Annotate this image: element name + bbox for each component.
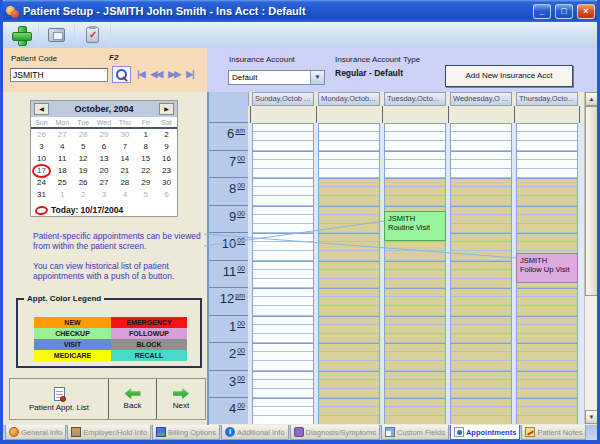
appointment-routine-visit[interactable]: JSMITH Routine Visit [384, 211, 446, 241]
allday-cell [316, 106, 382, 123]
calendar-date-cell[interactable]: 25 [52, 177, 73, 189]
chevron-down-icon[interactable]: ▼ [310, 71, 324, 84]
calendar-date-cell[interactable]: 2 [73, 189, 94, 201]
calendar-date-cell[interactable]: 7 [114, 141, 135, 153]
calendar-date-cell[interactable]: 4 [114, 189, 135, 201]
calendar-date-cell[interactable]: 6 [94, 141, 115, 153]
close-button[interactable]: × [577, 4, 595, 19]
calendar-date-cell[interactable]: 1 [52, 189, 73, 201]
patient-appt-list-button[interactable]: Patient Appt. List [10, 379, 109, 419]
tab[interactable]: Billing Options [152, 425, 220, 440]
tab[interactable]: Appointments [450, 425, 520, 440]
next-button[interactable]: Next [157, 379, 205, 419]
patient-code-input[interactable] [10, 68, 108, 82]
bottom-tab-bar: General Info Employer/Hold Info Billing … [3, 425, 597, 440]
calendar-date-cell[interactable]: 14 [114, 153, 135, 165]
calendar-date-cell[interactable]: 21 [114, 165, 135, 177]
appointment-follow-up-visit[interactable]: JSMITH Follow Up Visit [516, 253, 578, 283]
scroll-down-icon[interactable]: ▼ [585, 410, 598, 424]
calendar-date-cell[interactable]: 31 [31, 189, 52, 201]
calendar-date-cell[interactable]: 19 [73, 165, 94, 177]
tab[interactable]: Patient Notes [521, 425, 586, 440]
calendar-date-cell[interactable]: 18 [52, 165, 73, 177]
calendar-date-cell[interactable]: 4 [52, 141, 73, 153]
scroll-up-icon[interactable]: ▲ [585, 92, 598, 106]
last-record-button[interactable]: ▶| [186, 69, 193, 79]
maximize-button[interactable]: □ [555, 4, 573, 19]
checklist-button[interactable] [75, 23, 111, 48]
add-icon [12, 26, 30, 44]
day-headers: Sunday,Octob ...Monday,Octob...Tuesday,O… [248, 92, 584, 106]
calendar-date-cell[interactable]: 3 [31, 141, 52, 153]
tab-icon [156, 427, 166, 437]
calendar-date-cell[interactable]: 27 [94, 177, 115, 189]
calendar-date-cell[interactable]: 22 [135, 165, 156, 177]
calendar-date-cell[interactable]: 13 [94, 153, 115, 165]
calendar-date-cell[interactable]: 26 [73, 177, 94, 189]
calendar-date-cell[interactable]: 29 [94, 129, 115, 141]
tab-label: Appointments [466, 428, 516, 437]
calendar-date-cell[interactable]: 20 [94, 165, 115, 177]
minimize-button[interactable]: _ [533, 4, 551, 19]
calendar-month-title: October, 2004 [74, 104, 133, 114]
calendar-date-cell[interactable]: 2 [156, 129, 177, 141]
insurance-account-label: Insurance Account [229, 55, 295, 64]
calendar-date-cell[interactable]: 27 [52, 129, 73, 141]
next-record-button[interactable]: ▶▶ [168, 69, 180, 79]
calendar-date-cell[interactable]: 29 [135, 177, 156, 189]
calendar-date-cell[interactable]: 28 [73, 129, 94, 141]
tab[interactable]: Employer/Hold Info [67, 425, 151, 440]
hour-label: 6am [209, 122, 248, 150]
calendar-day-name: Sat [156, 117, 177, 128]
tab[interactable]: Custom Fields [381, 425, 449, 440]
calendar-prev-button[interactable]: ◀ [34, 103, 49, 115]
calendar-date-cell[interactable]: 1 [135, 129, 156, 141]
legend-item: CHECKUP [34, 328, 111, 339]
info-paragraph-1: Patient-specific appointments can be vie… [33, 231, 211, 251]
patient-search-button[interactable] [112, 66, 131, 83]
calendar-date-cell[interactable]: 3 [94, 189, 115, 201]
calendar-date-cell[interactable]: 8 [135, 141, 156, 153]
legend-item: FOLLOWUP [111, 328, 187, 339]
back-button[interactable]: Back [109, 379, 157, 419]
calendar-date-cell[interactable]: 6 [156, 189, 177, 201]
legend-item: VISIT [34, 339, 111, 350]
calendar-date-cell[interactable]: 12 [73, 153, 94, 165]
save-button[interactable] [39, 23, 75, 48]
calendar-next-button[interactable]: ▶ [159, 103, 174, 115]
allday-cell [250, 106, 316, 123]
calendar-date-cell[interactable]: 5 [73, 141, 94, 153]
day-column[interactable] [450, 123, 512, 424]
calendar-date-cell[interactable]: 28 [114, 177, 135, 189]
calendar-date-cell[interactable]: 16 [156, 153, 177, 165]
calendar-date-cell[interactable]: 9 [156, 141, 177, 153]
day-header: Sunday,Octob ... [252, 92, 314, 106]
tab[interactable]: Additional Info [221, 425, 289, 440]
legend-item: EMERGENCY [111, 317, 187, 328]
tab[interactable]: General Info [5, 425, 66, 440]
calendar-date-cell[interactable]: 26 [31, 129, 52, 141]
calendar-date-cell[interactable]: 17 [31, 165, 52, 177]
calendar-date-cell[interactable]: 30 [114, 129, 135, 141]
schedule-scrollbar[interactable]: ▲ ▼ [584, 92, 597, 424]
calendar-date-cell[interactable]: 5 [135, 189, 156, 201]
scrollbar-thumb[interactable] [585, 106, 598, 296]
first-record-button[interactable]: |◀ [137, 69, 144, 79]
day-column[interactable] [384, 123, 446, 424]
insurance-account-select[interactable]: Default ▼ [228, 70, 325, 85]
calendar-date-cell[interactable]: 11 [52, 153, 73, 165]
calendar-date-cell[interactable]: 23 [156, 165, 177, 177]
prev-record-button[interactable]: ◀◀ [150, 69, 162, 79]
day-column[interactable] [252, 123, 314, 424]
add-patient-button[interactable] [3, 23, 39, 48]
day-column[interactable] [318, 123, 380, 424]
search-icon [116, 69, 128, 81]
add-insurance-button[interactable]: Add New Insurance Acct [445, 65, 573, 87]
appointment-reason: Routine Visit [388, 223, 445, 232]
calendar-date-cell[interactable]: 30 [156, 177, 177, 189]
calendar-day-name: Wed [94, 117, 115, 128]
calendar-date-cell[interactable]: 15 [135, 153, 156, 165]
legend-item: RECALL [111, 350, 187, 361]
tab[interactable]: Diagnosis/Symptoms [290, 425, 380, 440]
calendar-date-cell[interactable]: 24 [31, 177, 52, 189]
